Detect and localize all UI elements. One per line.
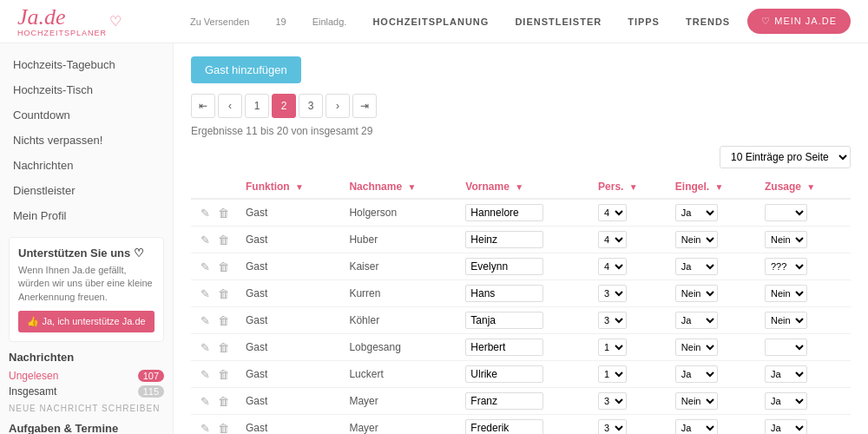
sidebar-item-nachrichten[interactable]: Nachrichten — [0, 153, 173, 178]
th-vorname[interactable]: Vorname ▼ — [458, 175, 591, 199]
zusage-select[interactable]: JaNein??? — [765, 392, 807, 410]
delete-button[interactable]: 🗑 — [215, 206, 232, 220]
page-1-button[interactable]: 1 — [245, 94, 269, 118]
support-text: Wenn Ihnen Ja.de gefällt, würden wir uns… — [18, 264, 155, 304]
eingel-select[interactable]: JaNein — [675, 312, 718, 329]
row-vorname — [458, 361, 591, 388]
entries-per-page-select[interactable]: 5 Einträge pro Seite 10 Einträge pro Sei… — [720, 146, 851, 168]
zusage-select[interactable]: JaNein??? — [765, 258, 807, 275]
vorname-input[interactable] — [465, 419, 543, 434]
zusage-select[interactable]: JaNein??? — [765, 312, 807, 329]
delete-button[interactable]: 🗑 — [215, 286, 232, 301]
eingel-select[interactable]: JaNein — [675, 339, 718, 356]
th-eingel[interactable]: Eingel. ▼ — [668, 175, 758, 199]
delete-button[interactable]: 🗑 — [215, 260, 232, 274]
zusage-select[interactable]: JaNein??? — [765, 339, 807, 356]
vorname-input[interactable] — [465, 285, 543, 302]
sidebar-item-nichts[interactable]: Nichts verpassen! — [0, 128, 173, 153]
sort-vorname-icon: ▼ — [515, 182, 523, 192]
eingel-select[interactable]: JaNein — [675, 285, 718, 302]
zusage-select[interactable]: JaNein??? — [765, 231, 807, 248]
delete-button[interactable]: 🗑 — [215, 394, 232, 409]
row-vorname — [458, 415, 591, 435]
delete-button[interactable]: 🗑 — [215, 233, 232, 247]
edit-button[interactable]: ✎ — [198, 260, 213, 274]
eingel-select[interactable]: JaNein — [675, 392, 718, 410]
vorname-input[interactable] — [465, 365, 543, 383]
sidebar-item-tagebuch[interactable]: Hochzeits-Tagebuch — [0, 52, 173, 77]
nav-dienstleister[interactable]: DIENSTLEISTER — [515, 16, 602, 27]
eingel-select[interactable]: JaNein — [675, 231, 718, 248]
edit-button[interactable]: ✎ — [198, 340, 213, 355]
delete-button[interactable]: 🗑 — [215, 313, 232, 328]
sidebar-item-countdown[interactable]: Countdown — [0, 102, 173, 128]
th-zusage[interactable]: Zusage ▼ — [758, 175, 851, 199]
edit-button[interactable]: ✎ — [198, 421, 213, 435]
row-pers: 123456 — [591, 253, 668, 280]
mein-ja-de-button[interactable]: ♡ MEIN JA.DE — [747, 9, 851, 34]
neue-nachricht-link[interactable]: NEUE NACHRICHT SCHREIBEN — [9, 404, 164, 413]
row-vorname — [458, 253, 591, 280]
row-nachname: Lobgesang — [342, 334, 458, 361]
row-pers: 123456 — [591, 227, 668, 253]
delete-button[interactable]: 🗑 — [215, 421, 232, 435]
zusage-select[interactable]: JaNein??? — [765, 204, 807, 221]
zusage-select[interactable]: JaNein??? — [765, 285, 807, 302]
vorname-input[interactable] — [465, 258, 543, 275]
th-nachname[interactable]: Nachname ▼ — [342, 175, 458, 199]
page-3-button[interactable]: 3 — [299, 94, 323, 118]
ungelesen-link[interactable]: Ungelesen — [9, 370, 58, 382]
edit-button[interactable]: ✎ — [198, 286, 213, 301]
zusage-select[interactable]: JaNein??? — [765, 419, 807, 434]
vorname-input[interactable] — [465, 312, 543, 329]
pers-select[interactable]: 123456 — [598, 339, 627, 356]
pers-select[interactable]: 123456 — [598, 285, 627, 302]
th-pers[interactable]: Pers. ▼ — [591, 175, 668, 199]
vorname-input[interactable] — [465, 392, 543, 410]
pers-select[interactable]: 123456 — [598, 231, 627, 248]
sidebar-item-profil[interactable]: Mein Profil — [0, 203, 173, 228]
eingel-select[interactable]: JaNein — [675, 419, 718, 434]
edit-button[interactable]: ✎ — [198, 367, 213, 382]
vorname-input[interactable] — [465, 204, 543, 221]
page-prev-button[interactable]: ‹ — [218, 94, 242, 118]
vorname-input[interactable] — [465, 339, 543, 356]
page-first-button[interactable]: ⇤ — [191, 94, 215, 118]
logo-subtext: Hochzeitsplaner — [17, 29, 107, 37]
table-row: ✎ 🗑 GastKöhler123456JaNein JaNein??? — [191, 307, 851, 334]
add-guest-button[interactable]: Gast hinzufügen — [191, 56, 301, 83]
row-nachname: Mayer — [342, 388, 458, 415]
pers-select[interactable]: 123456 — [598, 258, 627, 275]
nav-hochzeitsplanung[interactable]: HOCHZEITSPLANUNG — [372, 16, 489, 27]
pers-select[interactable]: 123456 — [598, 365, 627, 383]
support-title: Unterstützen Sie uns ♡ — [18, 247, 155, 260]
row-nachname: Kaiser — [342, 253, 458, 280]
edit-button[interactable]: ✎ — [198, 206, 213, 220]
support-button[interactable]: 👍 Ja, ich unterstütze Ja.de — [18, 311, 155, 332]
row-pers: 123456 — [591, 415, 668, 435]
nav-trends[interactable]: TRENDS — [686, 16, 730, 27]
sidebar-item-dienstleister[interactable]: Dienstleister — [0, 178, 173, 203]
pers-select[interactable]: 123456 — [598, 204, 627, 221]
page-2-button[interactable]: 2 — [272, 94, 296, 118]
eingel-select[interactable]: JaNein — [675, 365, 718, 383]
page-last-button[interactable]: ⇥ — [352, 94, 377, 118]
nav-tipps[interactable]: TIPPS — [628, 16, 660, 27]
pers-select[interactable]: 123456 — [598, 392, 627, 410]
edit-button[interactable]: ✎ — [198, 313, 213, 328]
pers-select[interactable]: 123456 — [598, 419, 627, 434]
edit-button[interactable]: ✎ — [198, 233, 213, 247]
eingel-select[interactable]: JaNein — [675, 204, 718, 221]
delete-button[interactable]: 🗑 — [215, 340, 232, 355]
messages-section: Nachrichten Ungelesen 107 Insgesamt 115 … — [9, 351, 164, 413]
row-pers: 123456 — [591, 334, 668, 361]
page-next-button[interactable]: › — [326, 94, 350, 118]
zusage-select[interactable]: JaNein??? — [765, 365, 807, 383]
vorname-input[interactable] — [465, 231, 543, 248]
th-funktion[interactable]: Funktion ▼ — [239, 175, 342, 199]
pers-select[interactable]: 123456 — [598, 312, 627, 329]
delete-button[interactable]: 🗑 — [215, 367, 232, 382]
sidebar-item-tisch[interactable]: Hochzeits-Tisch — [0, 77, 173, 102]
edit-button[interactable]: ✎ — [198, 394, 213, 409]
eingel-select[interactable]: JaNein — [675, 258, 718, 275]
